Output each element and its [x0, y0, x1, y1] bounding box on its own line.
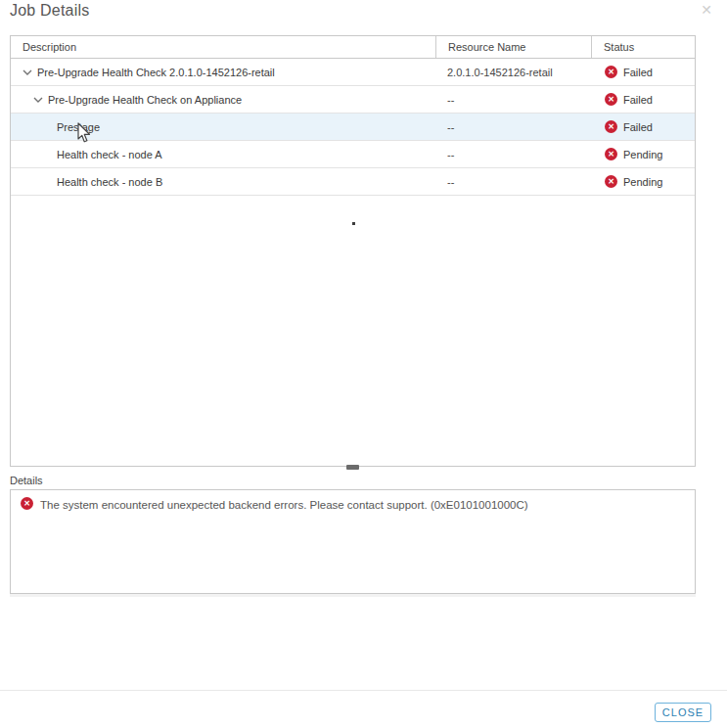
status-badge: Failed [623, 67, 653, 78]
page-title: Job Details [10, 2, 89, 20]
job-steps-table: Description Resource Name Status Pre-Upg… [10, 35, 696, 467]
error-circle-icon: ✕ [605, 175, 617, 188]
error-message: The system encountered unexpected backen… [40, 497, 528, 512]
error-circle-icon: ✕ [605, 120, 617, 133]
table-row[interactable]: Pre-Upgrade Health Check 2.0.1.0-1452126… [11, 59, 695, 86]
close-button[interactable]: CLOSE [655, 703, 711, 722]
chevron-down-icon[interactable] [23, 68, 32, 76]
row-description: Pre-Upgrade Health Check 2.0.1.0-1452126… [37, 67, 275, 78]
row-description: Health check - node B [57, 176, 162, 188]
status-badge: Pending [623, 176, 662, 188]
table-row-selected[interactable]: Prestage -- ✕ Failed [11, 114, 695, 141]
table-header: Description Resource Name Status [11, 36, 695, 59]
details-panel: ✕ The system encountered unexpected back… [10, 489, 696, 594]
status-badge: Failed [623, 94, 653, 106]
column-header-status[interactable]: Status [591, 36, 695, 58]
error-circle-icon: ✕ [21, 497, 33, 510]
column-header-resource-name[interactable]: Resource Name [435, 36, 591, 58]
column-header-description[interactable]: Description [11, 36, 435, 58]
row-description: Pre-Upgrade Health Check on Appliance [48, 94, 242, 106]
close-icon[interactable]: ✕ [701, 3, 712, 17]
row-resource-name: -- [435, 176, 591, 188]
status-badge: Pending [623, 149, 662, 160]
table-row[interactable]: Health check - node A -- ✕ Pending [11, 141, 695, 168]
details-section-label: Details [10, 475, 43, 486]
footer-divider [0, 690, 727, 691]
row-description: Prestage [57, 121, 100, 133]
row-description: Health check - node A [57, 149, 162, 160]
stray-pixel-dot [352, 222, 355, 225]
chevron-down-icon[interactable] [33, 96, 43, 104]
row-resource-name: 2.0.1.0-1452126-retail [435, 67, 591, 78]
row-resource-name: -- [435, 121, 591, 133]
error-circle-icon: ✕ [605, 93, 617, 106]
row-resource-name: -- [435, 94, 591, 106]
job-details-dialog: Job Details ✕ Description Resource Name … [0, 0, 727, 728]
error-circle-icon: ✕ [605, 66, 617, 78]
row-resource-name: -- [435, 149, 591, 160]
panel-resize-handle[interactable] [346, 465, 359, 470]
status-badge: Failed [623, 121, 653, 133]
error-circle-icon: ✕ [605, 148, 617, 160]
table-row[interactable]: Health check - node B -- ✕ Pending [11, 168, 695, 196]
table-row[interactable]: Pre-Upgrade Health Check on Appliance --… [11, 86, 695, 114]
